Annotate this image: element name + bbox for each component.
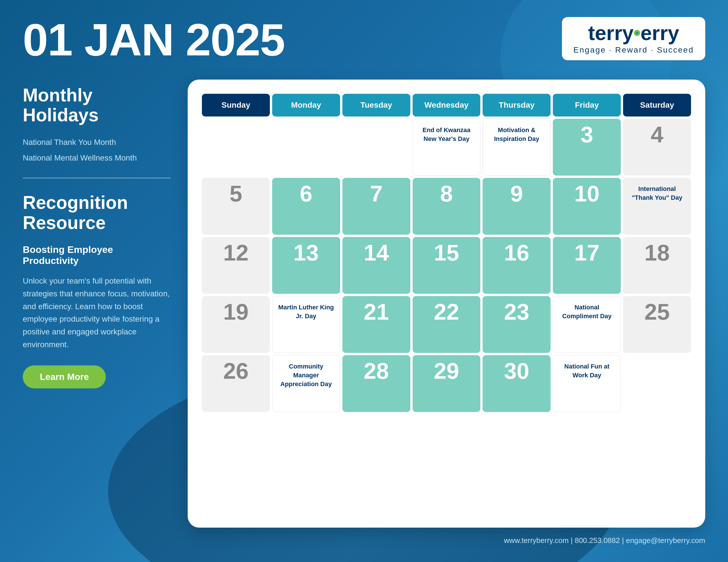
header-thursday: Thursday [483,94,551,117]
cal-cell-w2-d1: 13 [272,237,340,294]
cal-cell-w2-d5: 17 [553,237,621,294]
cal-cell-w1-d4: 9 [483,178,551,235]
holiday-1: National Thank You Month [23,137,171,148]
cal-cell-w1-d0: 5 [202,178,270,235]
cal-event-text: Motivation & Inspiration Day [487,126,546,144]
cal-day-number: 7 [370,183,383,205]
cal-cell-w0-d3: End of Kwanzaa New Year's Day [413,119,481,176]
cal-day-number: 28 [364,360,389,382]
cal-day-number: 26 [223,360,249,382]
logo-main: terryerry [588,23,679,43]
logo-part2: erry [640,23,679,43]
cal-cell-w1-d6: International "Thank You" Day [623,178,691,235]
header-monday: Monday [272,94,340,117]
logo-dot [634,30,640,36]
cal-cell-w2-d4: 16 [483,237,551,294]
cal-day-number: 14 [364,242,389,264]
cal-cell-w2-d2: 14 [342,237,410,294]
cal-cell-w0-d5: 3 [553,119,621,176]
cal-day-number: 12 [223,242,249,264]
cal-day-number: 29 [434,360,459,382]
cal-cell-w1-d2: 7 [342,178,410,235]
cal-day-number: 23 [504,300,529,323]
cal-event-text: End of Kwanzaa New Year's Day [417,126,476,144]
cal-day-number: 3 [580,123,593,146]
cal-day-number: 18 [644,242,670,264]
cal-cell-w0-d0 [202,119,270,176]
cal-cell-w4-d2: 28 [342,355,410,412]
header-sunday: Sunday [202,94,270,117]
cal-event-text: Martin Luther King Jr. Day [277,303,335,321]
cal-event-text: Community Manager Appreciation Day [277,362,335,388]
cal-day-number: 17 [574,242,599,264]
header-saturday: Saturday [623,94,691,117]
cal-cell-w4-d6 [623,355,691,412]
cal-cell-w4-d3: 29 [413,355,481,412]
resource-description: Unlock your team's full potential with s… [23,275,171,351]
cal-cell-w3-d6: 25 [623,296,691,353]
cal-cell-w0-d4: Motivation & Inspiration Day [483,119,551,176]
sidebar-divider [23,178,171,179]
cal-cell-w2-d3: 15 [413,237,481,294]
cal-day-number: 10 [574,183,599,205]
cal-cell-w0-d2 [342,119,410,176]
cal-day-number: 30 [504,360,529,382]
cal-day-number: 21 [364,300,389,323]
cal-cell-w1-d1: 6 [272,178,340,235]
cal-cell-w3-d2: 21 [342,296,410,353]
cal-cell-w4-d1: Community Manager Appreciation Day [272,355,340,412]
cal-cell-w4-d4: 30 [483,355,551,412]
cal-day-number: 15 [434,242,459,264]
cal-day-number: 5 [229,183,242,205]
calendar-header: Sunday Monday Tuesday Wednesday Thursday… [202,94,691,117]
cal-day-number: 25 [644,300,670,323]
cal-day-number: 9 [510,183,523,205]
cal-day-number: 22 [434,300,459,323]
header: 01 JAN 2025 terryerry Engage · Reward · … [23,17,705,63]
footer-contact: www.terryberry.com | 800.253.0882 | enga… [504,536,705,545]
cal-cell-w1-d5: 10 [553,178,621,235]
cal-cell-w4-d5: National Fun at Work Day [553,355,621,412]
cal-cell-w3-d3: 22 [413,296,481,353]
header-friday: Friday [553,94,621,117]
cal-cell-w3-d0: 19 [202,296,270,353]
sidebar: Monthly Holidays National Thank You Mont… [23,80,171,528]
cal-cell-w0-d1 [272,119,340,176]
holiday-2: National Mental Wellness Month [23,152,171,163]
date-title: 01 JAN 2025 [23,17,285,63]
cal-day-number: 6 [300,183,313,205]
cal-cell-w3-d1: Martin Luther King Jr. Day [272,296,340,353]
cal-day-number: 8 [440,183,453,205]
cal-day-number: 19 [223,300,249,323]
calendar-container: Sunday Monday Tuesday Wednesday Thursday… [188,80,705,528]
calendar-grid: End of Kwanzaa New Year's DayMotivation … [202,119,691,412]
content-wrapper: 01 JAN 2025 terryerry Engage · Reward · … [0,0,728,562]
resource-subtitle: Boosting Employee Productivity [23,244,171,266]
cal-cell-w2-d0: 12 [202,237,270,294]
cal-cell-w3-d4: 23 [483,296,551,353]
cal-cell-w2-d6: 18 [623,237,691,294]
cal-day-number: 16 [504,242,529,264]
cal-cell-w0-d6: 4 [623,119,691,176]
cal-cell-w3-d5: National Compliment Day [553,296,621,353]
cal-cell-w1-d3: 8 [413,178,481,235]
logo-wrapper: terryerry Engage · Reward · Succeed [562,17,705,60]
logo-tagline: Engage · Reward · Succeed [573,45,694,55]
learn-more-button[interactable]: Learn More [23,365,106,388]
logo-part1: terry [588,23,634,43]
main-content: Monthly Holidays National Thank You Mont… [23,80,705,528]
monthly-holidays-title: Monthly Holidays [23,85,171,125]
header-tuesday: Tuesday [342,94,410,117]
resource-title: Recognition Resource [23,193,171,233]
footer: www.terryberry.com | 800.253.0882 | enga… [23,536,705,545]
cal-event-text: International "Thank You" Day [628,185,686,202]
cal-day-number: 4 [651,123,663,146]
header-wednesday: Wednesday [413,94,481,117]
cal-event-text: National Fun at Work Day [558,362,616,380]
cal-day-number: 13 [293,242,319,264]
cal-event-text: National Compliment Day [558,303,616,321]
cal-cell-w4-d0: 26 [202,355,270,412]
logo-dot-inner [636,32,638,34]
